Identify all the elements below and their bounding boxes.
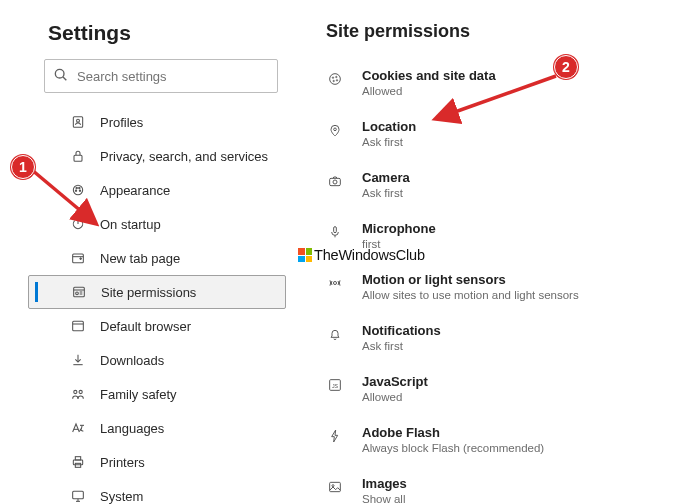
svg-point-32 — [330, 74, 341, 85]
sidebar-item-privacy[interactable]: Privacy, search, and services — [28, 139, 286, 173]
svg-rect-38 — [330, 178, 341, 185]
svg-rect-14 — [74, 287, 85, 296]
perm-sub: Ask first — [362, 136, 416, 148]
sidebar-item-system[interactable]: System — [28, 479, 286, 504]
perm-microphone[interactable]: Microphonefirst — [326, 213, 700, 264]
perm-sub: Always block Flash (recommended) — [362, 442, 544, 454]
main-panel: Site permissions Cookies and site dataAl… — [286, 15, 700, 504]
perm-motion[interactable]: Motion or light sensorsAllow sites to us… — [326, 264, 700, 315]
perm-notifications[interactable]: NotificationsAsk first — [326, 315, 700, 366]
svg-point-21 — [74, 390, 77, 393]
system-icon — [70, 488, 86, 504]
sidebar-item-family[interactable]: Family safety — [28, 377, 286, 411]
svg-point-33 — [332, 77, 333, 78]
sidebar-item-label: Printers — [100, 455, 145, 470]
flash-icon — [326, 427, 344, 445]
svg-rect-23 — [73, 460, 82, 465]
sidebar-item-downloads[interactable]: Downloads — [28, 343, 286, 377]
sidebar-item-printers[interactable]: Printers — [28, 445, 286, 479]
settings-sidebar: Settings Profiles Privacy, search, and s… — [28, 15, 286, 504]
camera-icon — [326, 172, 344, 190]
perm-sub: first — [362, 238, 436, 250]
family-icon — [70, 386, 86, 402]
perm-title: Cookies and site data — [362, 68, 496, 83]
perm-sub: Ask first — [362, 187, 410, 199]
sidebar-item-label: Family safety — [100, 387, 177, 402]
sidebar-item-label: Downloads — [100, 353, 164, 368]
search-input[interactable] — [77, 69, 269, 84]
perm-sub: Allowed — [362, 85, 496, 97]
sidebar-item-languages[interactable]: Languages — [28, 411, 286, 445]
sidebar-item-startup[interactable]: On startup — [28, 207, 286, 241]
cookie-icon — [326, 70, 344, 88]
svg-point-8 — [75, 190, 76, 191]
download-icon — [70, 352, 86, 368]
images-icon — [326, 478, 344, 496]
sidebar-item-label: Privacy, search, and services — [100, 149, 268, 164]
annotation-badge-2: 2 — [554, 55, 578, 79]
newtab-icon — [70, 250, 86, 266]
search-settings[interactable] — [44, 59, 278, 93]
perm-title: Camera — [362, 170, 410, 185]
svg-rect-25 — [75, 463, 80, 467]
sidebar-item-label: Profiles — [100, 115, 143, 130]
sidebar-item-label: On startup — [100, 217, 161, 232]
location-icon — [326, 121, 344, 139]
svg-rect-19 — [73, 321, 84, 330]
perm-sub: Allow sites to use motion and light sens… — [362, 289, 579, 301]
page-title: Settings — [48, 21, 286, 45]
sidebar-item-label: Default browser — [100, 319, 191, 334]
perm-flash[interactable]: Adobe FlashAlways block Flash (recommend… — [326, 417, 700, 468]
svg-point-37 — [334, 128, 337, 131]
sidebar-item-label: Appearance — [100, 183, 170, 198]
perm-sub: Allowed — [362, 391, 428, 403]
sidebar-item-sitepermissions[interactable]: Site permissions — [28, 275, 286, 309]
perm-title: Images — [362, 476, 407, 491]
perm-title: Motion or light sensors — [362, 272, 579, 287]
perm-title: Location — [362, 119, 416, 134]
perm-sub: Show all — [362, 493, 407, 504]
sidebar-item-label: Site permissions — [101, 285, 196, 300]
perm-camera[interactable]: CameraAsk first — [326, 162, 700, 213]
svg-point-6 — [76, 187, 77, 188]
sidebar-item-appearance[interactable]: Appearance — [28, 173, 286, 207]
svg-point-5 — [73, 185, 82, 194]
annotation-badge-1: 1 — [11, 155, 35, 179]
svg-point-0 — [55, 69, 64, 78]
sidebar-item-label: New tab page — [100, 251, 180, 266]
sidebar-item-label: Languages — [100, 421, 164, 436]
sidebar-item-profiles[interactable]: Profiles — [28, 105, 286, 139]
sidebar-item-newtab[interactable]: New tab page — [28, 241, 286, 275]
language-icon — [70, 420, 86, 436]
svg-point-7 — [79, 187, 80, 188]
motion-icon — [326, 274, 344, 292]
svg-line-1 — [63, 77, 66, 80]
profile-icon — [70, 114, 86, 130]
perm-cookies[interactable]: Cookies and site dataAllowed — [326, 60, 700, 111]
svg-point-3 — [77, 119, 80, 122]
perm-title: Notifications — [362, 323, 441, 338]
perm-javascript[interactable]: JS JavaScriptAllowed — [326, 366, 700, 417]
svg-point-22 — [79, 390, 82, 393]
svg-text:JS: JS — [332, 383, 339, 389]
svg-rect-45 — [330, 482, 341, 491]
power-icon — [70, 216, 86, 232]
svg-point-42 — [333, 281, 336, 284]
perm-location[interactable]: LocationAsk first — [326, 111, 700, 162]
svg-point-35 — [333, 80, 334, 81]
svg-point-34 — [336, 76, 337, 77]
permissions-icon — [71, 284, 87, 300]
lock-icon — [70, 148, 86, 164]
svg-point-39 — [333, 180, 337, 184]
appearance-icon — [70, 182, 86, 198]
browser-icon — [70, 318, 86, 334]
sidebar-item-label: System — [100, 489, 143, 504]
permissions-list: Cookies and site dataAllowed LocationAsk… — [326, 60, 700, 504]
microphone-icon — [326, 223, 344, 241]
printer-icon — [70, 454, 86, 470]
search-icon — [53, 67, 69, 86]
svg-point-36 — [336, 80, 337, 81]
bell-icon — [326, 325, 344, 343]
sidebar-item-defaultbrowser[interactable]: Default browser — [28, 309, 286, 343]
perm-images[interactable]: ImagesShow all — [326, 468, 700, 504]
